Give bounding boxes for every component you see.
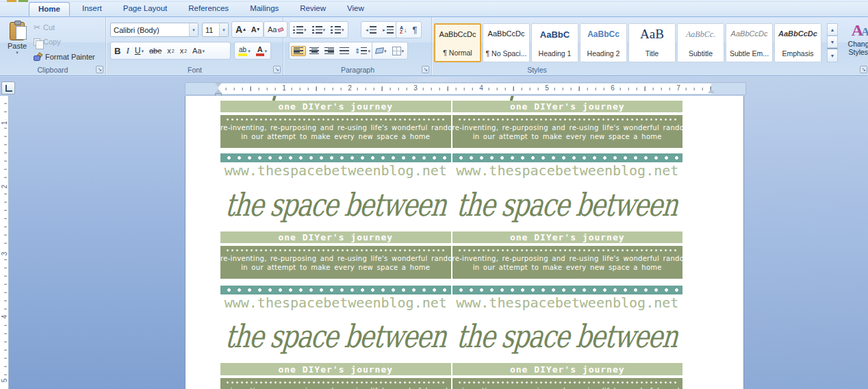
- justify-button[interactable]: [337, 47, 351, 55]
- style-normal[interactable]: AaBbCcDc ¶ Normal: [434, 23, 481, 62]
- paste-dropdown-arrow[interactable]: ▾: [3, 50, 31, 55]
- style-heading1[interactable]: AaBbC Heading 1: [531, 23, 578, 62]
- teal-dot-bar: [452, 153, 683, 162]
- align-right-button[interactable]: [322, 47, 336, 55]
- styles-gallery-scroll-up[interactable]: ▲: [827, 23, 838, 36]
- font-color-icon: A: [256, 45, 264, 56]
- sort-button[interactable]: A Z ↓: [398, 25, 409, 35]
- document-area: 1 2 3 4 5 6 7 1 2 3 4 5 one DIYer's jour…: [0, 77, 868, 389]
- eraser-icon: [278, 27, 284, 32]
- font-color-button[interactable]: A ▾: [254, 45, 269, 57]
- align-right-icon: [324, 47, 334, 55]
- dotted-divider: [457, 118, 678, 121]
- horizontal-ruler[interactable]: 1 2 3 4 5 6 7: [185, 82, 746, 95]
- blog-url: www.thespacebetweenblog.net: [220, 294, 451, 311]
- increase-indent-button[interactable]: ►: [380, 25, 396, 35]
- styles-gallery-scroll-down[interactable]: ▼: [827, 36, 838, 48]
- label-row-url: www.thespacebetweenblog.net www.thespace…: [220, 162, 682, 179]
- show-hide-pilcrow-button[interactable]: ¶: [411, 24, 420, 36]
- vertical-ruler[interactable]: 1 2 3 4 5: [0, 96, 9, 389]
- first-line-indent-marker[interactable]: [215, 83, 222, 87]
- multilevel-list-button[interactable]: ▾: [329, 25, 346, 35]
- blog-title-script: the space between: [452, 310, 683, 363]
- format-painter-button[interactable]: Format Painter: [34, 53, 95, 61]
- styles-dialog-launcher[interactable]: ↘: [860, 66, 867, 73]
- tab-insert[interactable]: Insert: [73, 2, 111, 16]
- style-title[interactable]: AaB Title: [628, 23, 676, 62]
- align-center-button[interactable]: [307, 47, 321, 55]
- tab-references[interactable]: References: [179, 2, 238, 16]
- change-styles-button[interactable]: AA Change Styles ▾: [843, 21, 868, 56]
- bullets-button[interactable]: ▾: [291, 25, 309, 35]
- dotted-divider: [457, 381, 678, 384]
- highlight-icon: ab: [238, 46, 247, 56]
- style-heading2[interactable]: AaBbCc Heading 2: [580, 23, 627, 62]
- font-color-chunk: ab ▾ A ▾: [234, 42, 271, 60]
- tab-review[interactable]: Review: [291, 2, 335, 16]
- style-subtle-emphasis[interactable]: AaBbCcDc Subtle Em...: [726, 23, 773, 62]
- font-size-value: 11: [203, 26, 219, 34]
- change-case-button[interactable]: Aa▾: [190, 46, 207, 55]
- copy-button[interactable]: Copy: [34, 38, 61, 46]
- teal-dot-bar: [452, 286, 683, 294]
- strikethrough-button[interactable]: abe: [147, 46, 164, 55]
- numbering-button[interactable]: ▾: [310, 25, 328, 35]
- shading-button[interactable]: ▾: [374, 47, 389, 54]
- label-row-script: the space between the space between: [220, 178, 682, 231]
- shrink-font-button[interactable]: A▾: [249, 25, 261, 34]
- font-size-combo[interactable]: 11 ▾: [202, 23, 229, 37]
- subscript-button[interactable]: x2: [165, 46, 176, 55]
- label-row-dots: [220, 153, 682, 162]
- multilevel-list-icon: [331, 26, 341, 34]
- copy-label: Copy: [43, 38, 61, 46]
- borders-button[interactable]: ▾: [390, 46, 407, 56]
- tab-selector-button[interactable]: [1, 81, 15, 95]
- align-left-button[interactable]: [291, 46, 306, 56]
- sort-icon: A Z: [400, 26, 403, 34]
- decrease-indent-button[interactable]: ◄: [363, 25, 379, 35]
- word-window: { "tabs": [ {"label":"Home"}, {"label":"…: [0, 0, 868, 389]
- styles-gallery-more[interactable]: ▼: [827, 48, 838, 62]
- grow-font-button[interactable]: A▴: [233, 23, 248, 36]
- font-family-combo[interactable]: Calibri (Body) ▾: [110, 23, 199, 37]
- line-spacing-button[interactable]: ⇕ ▾: [353, 47, 372, 55]
- italic-button[interactable]: I: [124, 45, 131, 57]
- paragraph-dialog-launcher[interactable]: ↘: [422, 66, 429, 73]
- style-emphasis[interactable]: AaBbCcDc Emphasis: [774, 23, 821, 62]
- tagline-block: re-inventing, re-purposing and re-using …: [220, 115, 451, 148]
- cut-button[interactable]: ✂ Cut: [34, 23, 55, 32]
- bullets-icon: [293, 26, 303, 34]
- tab-mailings[interactable]: Mailings: [241, 2, 288, 16]
- tab-view[interactable]: View: [338, 2, 373, 16]
- increase-indent-icon: [387, 26, 394, 34]
- right-indent-marker[interactable]: [708, 89, 715, 93]
- superscript-button[interactable]: x2: [178, 46, 189, 55]
- style-no-spacing[interactable]: AaBbCcDc ¶ No Spaci...: [483, 23, 530, 62]
- font-family-dropdown-arrow[interactable]: ▾: [189, 23, 198, 36]
- tab-page-layout[interactable]: Page Layout: [114, 2, 177, 16]
- style-subtitle[interactable]: AaBbCc. Subtitle: [677, 23, 724, 62]
- label-row-script: the space between the space between: [220, 310, 682, 363]
- paste-button[interactable]: Paste ▾: [3, 21, 31, 72]
- align-left-icon: [294, 47, 303, 55]
- highlight-button[interactable]: ab ▾: [236, 45, 253, 57]
- clipboard-dialog-launcher[interactable]: ↘: [96, 66, 103, 73]
- shading-bucket-icon: [375, 47, 384, 53]
- underline-button[interactable]: U▾: [133, 45, 146, 56]
- blog-url: www.thespacebetweenblog.net: [220, 162, 451, 179]
- document-page[interactable]: one DIYer's journey one DIYer's journey …: [185, 96, 744, 389]
- clear-formatting-button[interactable]: Aa: [266, 25, 285, 34]
- group-clipboard: Paste ▾ ✂ Cut Copy Format Painter Clipbo…: [0, 17, 106, 75]
- copy-icon: [34, 38, 40, 46]
- sort-chunk: A Z ↓ ¶: [396, 21, 422, 38]
- decrease-indent-icon: [370, 26, 376, 34]
- clipboard-group-label: Clipboard: [0, 66, 105, 74]
- bold-button[interactable]: B: [112, 45, 123, 57]
- borders-icon: [392, 47, 401, 55]
- font-size-dropdown-arrow[interactable]: ▾: [219, 23, 228, 36]
- tab-home[interactable]: Home: [29, 2, 70, 16]
- label-row-dots: [220, 286, 682, 294]
- teal-dot-bar: [220, 153, 451, 162]
- line-spacing-icon: [361, 47, 367, 55]
- font-dialog-launcher[interactable]: ↘: [273, 66, 281, 73]
